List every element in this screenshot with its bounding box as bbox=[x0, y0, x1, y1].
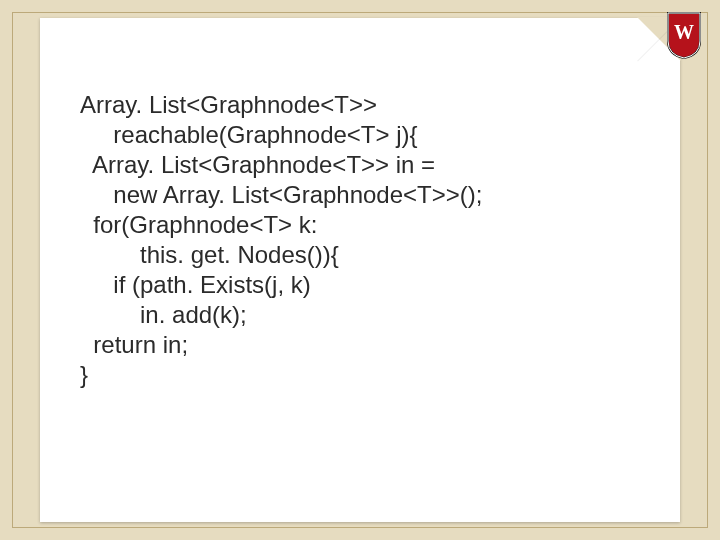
crest-letter: W bbox=[674, 21, 694, 43]
code-line: new Array. List<Graphnode<T>>(); bbox=[80, 180, 640, 210]
code-line: Array. List<Graphnode<T>> in = bbox=[80, 150, 640, 180]
slide-card: Array. List<Graphnode<T>> reachable(Grap… bbox=[40, 18, 680, 522]
code-line: } bbox=[80, 360, 640, 390]
code-line: return in; bbox=[80, 330, 640, 360]
code-line: for(Graphnode<T> k: bbox=[80, 210, 640, 240]
code-line: in. add(k); bbox=[80, 300, 640, 330]
slide-canvas: Array. List<Graphnode<T>> reachable(Grap… bbox=[0, 0, 720, 540]
code-line: Array. List<Graphnode<T>> bbox=[80, 90, 640, 120]
wisconsin-crest-icon: W bbox=[666, 11, 702, 59]
code-block: Array. List<Graphnode<T>> reachable(Grap… bbox=[80, 90, 640, 390]
code-line: reachable(Graphnode<T> j){ bbox=[80, 120, 640, 150]
code-line: this. get. Nodes()){ bbox=[80, 240, 640, 270]
code-line: if (path. Exists(j, k) bbox=[80, 270, 640, 300]
